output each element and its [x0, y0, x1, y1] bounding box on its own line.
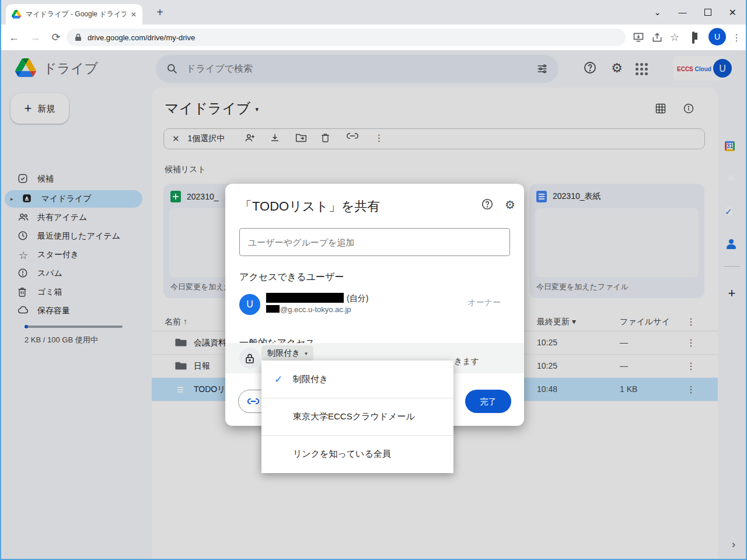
maximize-button[interactable]: [704, 9, 711, 16]
redacted-email-local-part: [266, 305, 280, 313]
browser-profile-avatar[interactable]: U: [708, 28, 726, 46]
browser-tab[interactable]: マイドライブ - Google ドライブ ✕: [6, 4, 142, 24]
people-with-access-label: アクセスできるユーザー: [239, 271, 510, 284]
owner-role-label: オーナー: [467, 298, 501, 308]
done-button[interactable]: 完了: [465, 390, 511, 413]
browser-toolbar: ← → ⟳ drive.google.com/drive/my-drive ☆ …: [1, 24, 746, 50]
hide-panel-chevron-icon[interactable]: ›: [732, 538, 735, 551]
dialog-settings-gear-icon[interactable]: ⚙: [503, 198, 517, 212]
back-button[interactable]: ←: [6, 32, 22, 44]
access-level-value: 制限付き: [267, 348, 300, 359]
reload-button[interactable]: ⟳: [48, 31, 64, 44]
access-level-dropdown[interactable]: 制限付き ▾: [261, 345, 313, 362]
tab-strip: マイドライブ - Google ドライブ ✕ + ⌄ — ✕: [1, 0, 746, 24]
menu-item-label: リンクを知っている全員: [293, 449, 391, 460]
menu-item-anyone-with-link[interactable]: リンクを知っている全員: [261, 435, 453, 473]
install-icon[interactable]: [633, 32, 644, 43]
check-icon: ✓: [274, 373, 282, 386]
menu-item-organization[interactable]: 東京大学ECCSクラウドメール: [261, 398, 453, 435]
menu-item-label: 制限付き: [293, 374, 328, 385]
tab-search-icon[interactable]: ⌄: [654, 8, 661, 17]
side-panel-icon[interactable]: [692, 33, 704, 44]
redacted-owner-name: [266, 293, 344, 303]
browser-menu-icon[interactable]: ⋮: [732, 32, 743, 44]
owner-row[interactable]: U (自分) @g.ecc.u-tokyo.ac.jp オーナー: [239, 293, 510, 320]
menu-item-label: 東京大学ECCSクラウドメール: [293, 411, 415, 422]
owner-email-domain: @g.ecc.u-tokyo.ac.jp: [280, 305, 351, 314]
minimize-button[interactable]: —: [679, 8, 687, 17]
access-level-menu: ✓ 制限付き 東京大学ECCSクラウドメール リンクを知っている全員: [261, 360, 453, 473]
add-people-input[interactable]: [239, 228, 510, 256]
share-dialog-title: 「TODOリスト」を共有: [239, 198, 510, 215]
url-text: drive.google.com/drive/my-drive: [88, 33, 195, 42]
tab-title: マイドライブ - Google ドライブ: [26, 9, 126, 19]
lock-icon: [239, 348, 260, 369]
owner-self-suffix: (自分): [347, 293, 368, 304]
chevron-down-icon: ▾: [305, 351, 308, 356]
forward-button: →: [27, 32, 43, 44]
share-icon[interactable]: [651, 32, 663, 43]
bookmark-star-icon[interactable]: ☆: [670, 32, 682, 43]
new-tab-button[interactable]: +: [152, 5, 168, 21]
tab-close-icon[interactable]: ✕: [131, 10, 137, 19]
access-note-text: きます: [454, 356, 479, 367]
owner-avatar: U: [239, 294, 260, 315]
dialog-help-icon[interactable]: [481, 198, 495, 212]
close-window-button[interactable]: ✕: [729, 7, 736, 18]
browser-window: マイドライブ - Google ドライブ ✕ + ⌄ — ✕ ← → ⟳ dri…: [0, 0, 747, 560]
url-bar[interactable]: drive.google.com/drive/my-drive: [67, 29, 626, 46]
link-icon: [247, 398, 259, 405]
drive-app: ドライブ ⚙ ECCS Cloud Mail: [1, 50, 746, 559]
menu-item-restricted[interactable]: ✓ 制限付き: [261, 360, 453, 398]
drive-favicon: [12, 10, 21, 19]
site-lock-icon: [75, 33, 82, 41]
